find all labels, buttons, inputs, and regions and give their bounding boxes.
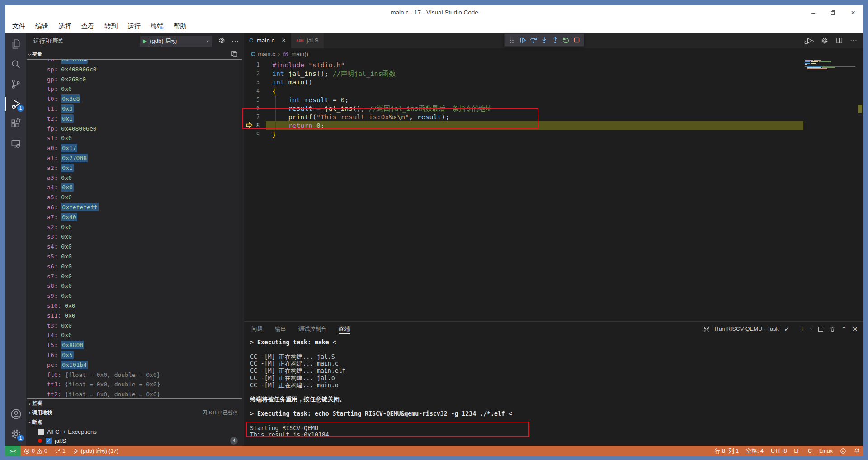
register-fp[interactable]: fp: 0x408006e0: [27, 124, 242, 134]
menu-item-终端[interactable]: 终端: [146, 20, 169, 33]
register-s5[interactable]: s5: 0x0: [27, 252, 242, 262]
step-into-icon[interactable]: [539, 35, 549, 45]
register-s9[interactable]: s9: 0x0: [27, 291, 242, 301]
eol-sequence[interactable]: LF: [790, 446, 804, 456]
continue-icon[interactable]: [518, 35, 527, 45]
indentation[interactable]: 空格: 4: [742, 446, 767, 456]
register-s2[interactable]: s2: 0x0: [27, 222, 242, 232]
register-a3[interactable]: a3: 0x0: [27, 173, 242, 183]
register-ra[interactable]: ra: 0x101b4: [27, 59, 242, 65]
register-s7[interactable]: s7: 0x0: [27, 272, 242, 282]
panel-tab-终端[interactable]: 终端: [339, 322, 350, 336]
register-s8[interactable]: s8: 0x0: [27, 281, 242, 291]
register-ft0[interactable]: ft0: {float = 0x0, double = 0x0}: [27, 370, 242, 380]
drag-handle-icon[interactable]: [507, 35, 516, 45]
register-gp[interactable]: gp: 0x268c0: [27, 75, 242, 84]
register-pc[interactable]: pc: 0x101b4: [27, 360, 242, 370]
breakpoints-section-header[interactable]: › 断点: [26, 418, 244, 427]
tab-jal-s[interactable]: ASM jal.S: [291, 33, 324, 48]
restore-icon[interactable]: [826, 7, 840, 19]
language-mode[interactable]: C: [804, 446, 816, 456]
menu-item-帮助[interactable]: 帮助: [169, 20, 192, 33]
register-a4[interactable]: a4: 0x0: [27, 183, 242, 192]
register-s1[interactable]: s1: 0x0: [27, 133, 242, 143]
encoding[interactable]: UTF-8: [767, 446, 790, 456]
register-t6[interactable]: t6: 0x5: [27, 350, 242, 360]
problems-status[interactable]: 0 0: [20, 446, 51, 456]
breakpoint-item-exceptions[interactable]: All C++ Exceptions: [26, 427, 244, 436]
variables-section-header[interactable]: › 变量: [26, 50, 244, 59]
cursor-position[interactable]: 行 8, 列 1: [711, 446, 742, 456]
watch-section-header[interactable]: › 监视: [26, 399, 244, 408]
terminal-content[interactable]: > Executing task: make < CC -[M] 正在构建...…: [250, 339, 863, 439]
terminal-task-label[interactable]: Run RISCV-QEMU - Task: [715, 326, 779, 332]
more-actions-icon[interactable]: ···: [850, 37, 857, 45]
panel-tab-输出[interactable]: 输出: [275, 322, 286, 336]
search-icon[interactable]: [5, 54, 26, 74]
register-s10[interactable]: s10: 0x0: [27, 301, 242, 311]
copy-group-icon[interactable]: [231, 51, 238, 58]
source-control-icon[interactable]: [5, 74, 26, 94]
register-a1[interactable]: a1: 0x27008: [27, 153, 242, 163]
minimize-icon[interactable]: –: [807, 7, 820, 19]
remote-explorer-icon[interactable]: [5, 134, 26, 154]
stop-icon[interactable]: [572, 35, 581, 45]
new-terminal-icon[interactable]: ＋: [798, 324, 806, 334]
register-a6[interactable]: a6: 0xfefefeff: [27, 202, 242, 212]
extensions-icon[interactable]: [5, 114, 26, 134]
close-icon[interactable]: ✕: [846, 7, 860, 19]
breadcrumb-file[interactable]: main.c: [258, 51, 275, 57]
close-tab-icon[interactable]: ✕: [281, 37, 286, 44]
callstack-section-header[interactable]: › 调用堆栈 因 STEP 已暂停: [26, 408, 244, 418]
step-out-icon[interactable]: [550, 35, 560, 45]
register-t1[interactable]: t1: 0x3: [27, 104, 242, 114]
settings-gear-icon[interactable]: [821, 37, 829, 45]
settings-gear-icon[interactable]: 1: [5, 424, 26, 444]
register-a7[interactable]: a7: 0x40: [27, 212, 242, 222]
menu-item-查看[interactable]: 查看: [76, 20, 99, 33]
split-editor-icon[interactable]: [835, 37, 843, 44]
panel-tab-问题[interactable]: 问题: [251, 322, 263, 336]
checkbox-unchecked[interactable]: [38, 429, 44, 435]
menu-item-选择[interactable]: 选择: [53, 20, 76, 33]
explorer-icon[interactable]: [5, 34, 26, 54]
register-s6[interactable]: s6: 0x0: [27, 262, 242, 272]
menu-item-文件[interactable]: 文件: [7, 20, 30, 33]
register-t3[interactable]: t3: 0x0: [27, 321, 242, 331]
maximize-panel-icon[interactable]: ⌃: [841, 325, 847, 333]
remote-indicator[interactable]: ><: [5, 446, 20, 456]
register-sp[interactable]: sp: 0x408006c0: [27, 65, 242, 75]
step-over-icon[interactable]: [528, 35, 538, 45]
restart-icon[interactable]: [561, 35, 571, 45]
menu-item-转到[interactable]: 转到: [99, 20, 123, 33]
register-s3[interactable]: s3: 0x0: [27, 232, 242, 242]
launch-config-dropdown[interactable]: ▶ (gdb) 启动 ›: [140, 36, 212, 47]
kill-terminal-icon[interactable]: [829, 326, 836, 333]
debug-settings-gear-icon[interactable]: [218, 37, 226, 46]
menu-item-编辑[interactable]: 编辑: [30, 20, 53, 33]
breakpoint-item-jal[interactable]: ✓ jal.S 4: [26, 436, 244, 445]
register-s4[interactable]: s4: 0x0: [27, 242, 242, 252]
register-t4[interactable]: t4: 0x0: [27, 330, 242, 340]
checkbox-checked[interactable]: ✓: [46, 438, 52, 444]
register-tp[interactable]: tp: 0x0: [27, 84, 242, 94]
register-a2[interactable]: a2: 0x1: [27, 163, 242, 173]
register-a5[interactable]: a5: 0x0: [27, 192, 242, 202]
tasks-status[interactable]: 1: [51, 446, 69, 456]
terminal-dropdown-icon[interactable]: ›: [809, 328, 814, 330]
code-editor[interactable]: 1#include "stdio.h"2int jal_ins(); //声明j…: [244, 60, 863, 321]
register-a0[interactable]: a0: 0x17: [27, 143, 242, 153]
feedback-icon[interactable]: [836, 446, 850, 456]
panel-tab-调试控制台[interactable]: 调试控制台: [298, 322, 327, 336]
register-t2[interactable]: t2: 0x1: [27, 114, 242, 124]
os-indicator[interactable]: Linux: [816, 446, 836, 456]
variables-panel[interactable]: ra: 0x101b4sp: 0x408006c0gp: 0x268c0tp: …: [27, 59, 242, 399]
register-ft1[interactable]: ft1: {float = 0x0, double = 0x0}: [27, 380, 242, 390]
run-debug-icon[interactable]: 1: [5, 94, 26, 114]
register-ft2[interactable]: ft2: {float = 0x0, double = 0x0}: [27, 390, 242, 399]
notifications-bell-icon[interactable]: [850, 446, 863, 456]
split-terminal-icon[interactable]: [817, 326, 824, 333]
more-actions-icon[interactable]: ···: [231, 37, 239, 45]
run-or-debug-icon[interactable]: [804, 37, 814, 45]
register-t0[interactable]: t0: 0x3e8: [27, 94, 242, 104]
